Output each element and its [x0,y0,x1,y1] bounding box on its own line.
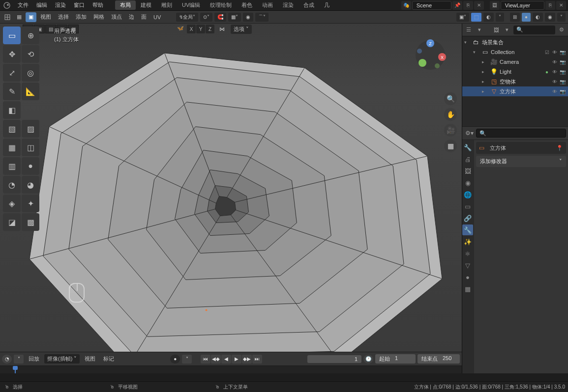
mode-dropdown-icon[interactable]: ▦ [14,12,25,22]
tab-texture[interactable]: ▦ [462,283,473,294]
hdr-uv[interactable]: UV [150,12,164,22]
tool-transform[interactable]: ◎ [22,64,39,82]
tool-rip[interactable]: ▩ [22,213,39,231]
outliner-editor-icon[interactable]: ☰ [464,26,473,34]
playhead[interactable] [15,366,16,373]
proportional-toggle[interactable]: ◉ [243,13,253,22]
render-icon[interactable]: 📷 [559,78,566,85]
tool-extrude[interactable]: ▧ [3,120,21,138]
tl-playback[interactable]: 回放 [26,355,42,363]
hdr-edge[interactable]: 边 [126,12,137,22]
tool-measure[interactable]: 📐 [22,83,39,100]
tab-constraint[interactable]: 🔗 [462,213,473,224]
outliner-item-light[interactable]: ▸💡Light ●👁📷 [462,67,568,77]
tab-output[interactable]: 🖨 [462,154,473,165]
hdr-vertex[interactable]: 顶点 [108,12,125,22]
outliner-item-camera[interactable]: ▸🎥Camera 👁📷 [462,57,568,67]
mirror-z[interactable]: Z [206,25,214,33]
tool-spin[interactable]: ◕ [22,176,39,194]
workspace-tab[interactable]: 渲染 [278,0,299,10]
play-reverse-icon[interactable]: ◀ [221,355,231,364]
menu-render[interactable]: 渲染 [51,1,70,9]
pin-icon[interactable]: 📍 [556,145,563,151]
xray-toggle[interactable]: ⬚ [471,13,481,22]
menu-help[interactable]: 帮助 [89,1,107,9]
outliner-collection[interactable]: ▾▭Collection ☑👁📷 [462,47,568,57]
tool-knife[interactable]: ● [22,157,39,175]
viewlayer-field[interactable]: ViewLayer [501,1,544,10]
tab-modifier[interactable]: 🔧 [462,224,473,235]
menu-window[interactable]: 窗口 [70,1,89,9]
auto-merge-icon[interactable]: ⋈ [219,26,225,32]
tool-polybuild[interactable]: ◔ [3,176,21,194]
scene-browse-icon[interactable]: 🎭 [401,1,411,10]
mirror-x[interactable]: X [187,25,196,33]
shading-material[interactable]: ◐ [533,13,543,22]
tab-physics[interactable]: ⚛ [462,248,473,259]
eye-icon[interactable]: 👁 [551,88,558,95]
tab-render[interactable]: 🔧 [462,142,473,153]
keyframe-next-icon[interactable]: ◆▶ [242,355,252,364]
snap-dropdown[interactable]: ▦˅ [228,13,241,22]
light-color-icon[interactable]: ● [543,68,550,75]
timeline-track[interactable] [0,365,462,373]
camera-icon[interactable]: 🎥 [444,124,457,137]
hdr-face[interactable]: 面 [138,12,149,22]
tool-smooth[interactable]: ◈ [3,195,21,212]
overlay-toggle[interactable]: ◐ [483,13,494,22]
properties-search-input[interactable] [476,129,566,138]
blender-logo[interactable] [2,0,12,10]
workspace-tab[interactable]: 布局 [115,0,136,10]
tool-loopcut[interactable]: ▥ [3,157,21,175]
outliner-display-dd[interactable]: ▾ [503,26,511,34]
hdr-mesh[interactable]: 网格 [90,12,107,22]
workspace-tab[interactable]: 动画 [257,0,278,10]
outliner-mode-icon[interactable]: ▾ [475,26,484,34]
prop-options-icon[interactable]: ⚙▾ [464,129,474,138]
outliner-item-cube[interactable]: ▸▽立方体 👁📷 [462,86,568,96]
proportional-dropdown[interactable]: ⌒˅ [255,13,269,22]
orientation-dropdown[interactable]: ↯ 全局 ˅ [176,13,198,22]
delete-viewlayer-icon[interactable]: ✕ [556,1,566,10]
tool-inset[interactable]: ▦ [3,139,21,156]
mesh-visibility[interactable]: ▣˅ [456,13,469,22]
jump-end-icon[interactable]: ⏭ [252,355,262,364]
workspace-tab[interactable]: 雕刻 [156,0,177,10]
3d-viewport[interactable]: ▢ ▣ ▤ ▥ ▦ 🦋 X Y Z ⋈ 选项 ˅ [0,24,462,352]
tool-slide[interactable]: ✦ [22,195,39,212]
tab-scene[interactable]: ◉ [462,177,473,188]
mirror-y[interactable]: Y [196,25,205,33]
zoom-icon[interactable]: 🔍 [444,92,457,105]
workspace-tab[interactable]: 着色 [237,0,257,10]
viewlayer-browse-icon[interactable]: 🖼 [490,1,500,10]
scene-name-field[interactable]: Scene [412,1,451,10]
clock-icon[interactable]: 🕐 [363,355,373,364]
eye-icon[interactable]: 👁 [551,49,558,56]
shading-wire[interactable]: ⊞ [510,13,520,22]
tl-marker[interactable]: 标记 [100,355,117,363]
hdr-select[interactable]: 选择 [55,12,72,22]
pin-icon[interactable]: 📌 [452,1,462,10]
mode-edit-icon[interactable]: ▣ [26,12,36,22]
render-icon[interactable]: 📷 [559,58,566,65]
tool-rotate[interactable]: ⟲ [22,45,39,63]
outliner-display-icon[interactable]: 🖼 [492,26,501,34]
render-icon[interactable]: 📷 [559,88,566,95]
outliner-root[interactable]: ▾🗀场景集合 [462,37,568,47]
tl-view[interactable]: 视图 [82,355,98,363]
menu-file[interactable]: 文件 [14,1,32,9]
play-icon[interactable]: ▶ [232,355,241,364]
tab-objectdata[interactable]: ▽ [462,260,473,271]
menu-edit[interactable]: 编辑 [32,1,51,9]
tool-select-box[interactable]: ▭ [3,27,21,44]
overlay-dropdown[interactable]: ˅ [496,13,504,22]
butterfly-icon[interactable]: 🦋 [177,25,185,33]
tool-cursor[interactable]: ⊕ [22,27,39,44]
tool-annotate[interactable]: ✎ [3,83,21,100]
tab-world[interactable]: 🌐 [462,189,473,200]
workspace-tab[interactable]: 建模 [136,0,156,10]
new-viewlayer-icon[interactable]: ⎘ [545,1,555,10]
outliner-item-empty[interactable]: ▸◳空物体 👁📷 [462,77,568,86]
eye-icon[interactable]: 👁 [551,58,558,65]
eye-icon[interactable]: 👁 [551,78,558,85]
